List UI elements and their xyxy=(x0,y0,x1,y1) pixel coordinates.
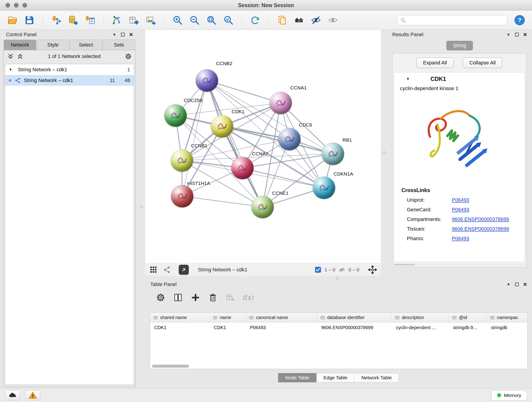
zoom-selected-button[interactable] xyxy=(222,14,234,26)
selected-checkbox-icon[interactable] xyxy=(315,266,322,273)
search-input[interactable] xyxy=(408,17,504,23)
tree-row-network[interactable]: String Network – cdk1 11 48 xyxy=(5,75,134,86)
float-panel-icon[interactable] xyxy=(515,33,519,36)
zoom-out-button[interactable] xyxy=(189,14,201,26)
column-header-canonical-name[interactable]: canonical name xyxy=(246,313,317,322)
column-header--id[interactable]: @id xyxy=(449,313,487,322)
protein-card-header[interactable]: ▼ CDK1 xyxy=(394,72,525,84)
new-network-from-table-button[interactable] xyxy=(128,14,140,26)
crosslink-row: Pharos:P06493 xyxy=(394,234,525,243)
node-CDKN1A[interactable] xyxy=(313,177,335,199)
warnings-button[interactable] xyxy=(25,390,40,400)
hide-selected-button[interactable] xyxy=(310,14,322,26)
crosshair-icon[interactable] xyxy=(368,265,377,274)
tab-edge-table[interactable]: Edge Table xyxy=(317,373,355,382)
results-scrollbar-thumb[interactable] xyxy=(394,264,415,266)
gear-icon[interactable] xyxy=(124,52,132,60)
memory-button[interactable]: Memory xyxy=(491,390,527,400)
node-CCNA1[interactable] xyxy=(269,92,292,114)
panel-menu-caret-icon[interactable]: ▼ xyxy=(507,283,510,287)
edge-CCNB2-CCNA1[interactable] xyxy=(207,80,281,103)
column-header-namespac[interactable]: namespac xyxy=(487,313,527,322)
node-CDC6[interactable] xyxy=(278,128,301,150)
tab-network-table[interactable]: Network Table xyxy=(354,373,399,382)
help-button[interactable]: ? xyxy=(514,14,526,26)
bottom-splitter-handle[interactable] xyxy=(336,277,339,280)
open-in-new-window-button[interactable] xyxy=(179,265,189,275)
hidden-eye-slash-icon[interactable] xyxy=(338,266,345,273)
edge-HIST1H1A-CCNE1[interactable] xyxy=(182,196,263,207)
panel-menu-caret-icon[interactable]: ▼ xyxy=(507,33,510,37)
open-session-button[interactable] xyxy=(6,14,18,26)
crosslink-link[interactable]: P06493 xyxy=(452,236,469,242)
close-panel-icon[interactable]: × xyxy=(129,32,133,38)
node-label-RB1: RB1 xyxy=(342,137,352,143)
tab-node-table[interactable]: Node Table xyxy=(278,373,317,382)
collapse-section-icon[interactable]: ▼ xyxy=(406,77,410,81)
crosslink-link[interactable]: 9606.ENSP00000378699 xyxy=(452,216,509,222)
crosslink-link[interactable]: P06493 xyxy=(452,197,469,203)
node-CCNE1[interactable] xyxy=(251,196,274,218)
right-splitter-handle[interactable] xyxy=(383,151,386,154)
collapse-all-button[interactable]: Collapse All xyxy=(463,57,502,68)
gear-icon[interactable] xyxy=(155,292,166,303)
column-header-description[interactable]: description xyxy=(392,313,449,322)
tab-string[interactable]: String xyxy=(446,41,473,51)
tree-row-collection[interactable]: ▼ String Network – cdk1 1 xyxy=(5,64,134,75)
column-header-database-identifier[interactable]: database identifier xyxy=(317,313,392,322)
node-CCNA2[interactable] xyxy=(231,157,254,179)
zoom-in-button[interactable] xyxy=(172,14,184,26)
table-row[interactable]: CDK1CDK1P064939606.ENSP00000378699cyclin… xyxy=(150,322,527,332)
close-window-button[interactable] xyxy=(6,3,10,7)
crosslink-link[interactable]: P06493 xyxy=(452,207,469,213)
import-network-database-button[interactable] xyxy=(67,14,79,26)
delete-column-icon[interactable] xyxy=(208,292,218,303)
import-network-file-button[interactable] xyxy=(50,14,62,26)
table-horizontal-scrollbar[interactable] xyxy=(152,365,525,368)
apply-layout-button[interactable] xyxy=(249,14,261,26)
table-scrollbar-thumb[interactable] xyxy=(152,365,189,368)
caret-down-icon[interactable]: ▼ xyxy=(9,68,15,72)
cloud-status-button[interactable] xyxy=(5,390,20,400)
float-panel-icon[interactable] xyxy=(515,283,519,286)
crosslink-link[interactable]: 9606.ENSP00000378699 xyxy=(452,226,509,232)
import-table-button[interactable] xyxy=(84,14,96,26)
node-HIST1H1A[interactable] xyxy=(171,185,193,207)
tab-sets[interactable]: Sets xyxy=(103,40,135,50)
panel-menu-caret-icon[interactable]: ▼ xyxy=(113,33,116,37)
close-panel-icon[interactable]: × xyxy=(523,281,527,288)
network-source-button[interactable] xyxy=(162,265,171,274)
network-canvas[interactable]: CCNB2CCNA1CDC25BCDK1CDC6RB1CCNB1CCNA2CDK… xyxy=(145,30,381,263)
node-CCNB1[interactable] xyxy=(171,149,193,172)
add-column-icon[interactable] xyxy=(190,292,201,303)
copy-button[interactable] xyxy=(276,14,288,26)
column-header-name[interactable]: name xyxy=(210,313,246,322)
export-image-button[interactable] xyxy=(145,14,157,26)
minimize-window-button[interactable] xyxy=(14,3,19,7)
left-splitter-handle[interactable] xyxy=(140,206,143,209)
columns-icon[interactable] xyxy=(173,292,183,303)
node-CDC25B[interactable] xyxy=(164,104,187,127)
save-session-button[interactable] xyxy=(23,14,35,26)
tab-style[interactable]: Style xyxy=(37,40,69,50)
close-panel-icon[interactable]: × xyxy=(523,32,527,38)
collapse-all-icon[interactable] xyxy=(7,52,14,60)
show-graphics-details-button[interactable] xyxy=(293,14,305,26)
node-CDK1[interactable] xyxy=(211,115,233,138)
float-panel-icon[interactable] xyxy=(121,33,125,36)
zoom-window-button[interactable] xyxy=(22,3,27,7)
column-header-shared-name[interactable]: shared name xyxy=(150,313,210,322)
expand-all-icon[interactable] xyxy=(16,52,24,60)
tab-network[interactable]: Network xyxy=(4,40,36,50)
zoom-fit-button[interactable] xyxy=(206,14,217,26)
node-RB1[interactable] xyxy=(322,143,344,165)
search-field[interactable] xyxy=(397,15,507,25)
results-scrollbar[interactable] xyxy=(394,264,525,266)
tab-select[interactable]: Select xyxy=(70,40,102,50)
show-all-button[interactable] xyxy=(327,14,339,26)
expand-all-button[interactable]: Expand All xyxy=(417,57,454,68)
birdseye-view-button[interactable] xyxy=(149,265,158,274)
node-CCNB2[interactable] xyxy=(196,69,218,92)
new-network-button[interactable] xyxy=(111,14,123,26)
edge-CCNB2-CCNE1[interactable] xyxy=(207,80,263,207)
